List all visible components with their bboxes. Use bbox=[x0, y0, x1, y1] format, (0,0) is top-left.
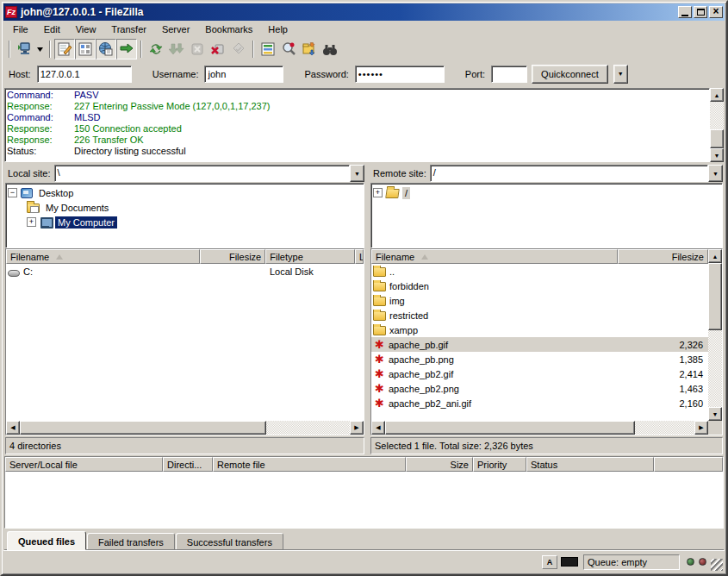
expand-icon[interactable]: + bbox=[373, 188, 383, 197]
username-input[interactable] bbox=[204, 66, 283, 83]
title-bar[interactable]: Fz john@127.0.0.1 - FileZilla × bbox=[3, 3, 725, 21]
scroll-thumb[interactable] bbox=[385, 421, 635, 435]
directory-comparison-button[interactable] bbox=[278, 39, 299, 59]
menu-transfer[interactable]: Transfer bbox=[103, 22, 154, 36]
column-header-size[interactable]: Size bbox=[406, 457, 473, 472]
scroll-right-icon[interactable]: ▶ bbox=[694, 421, 708, 435]
remote-tree[interactable]: + / bbox=[370, 183, 723, 248]
file-row[interactable]: ✱apache_pb2.png1,463 bbox=[371, 381, 708, 396]
column-header-status[interactable]: Status bbox=[526, 457, 654, 472]
local-horizontal-scrollbar[interactable]: ◀ ▶ bbox=[6, 421, 364, 435]
port-input[interactable] bbox=[491, 66, 527, 83]
password-input[interactable] bbox=[355, 66, 445, 83]
scroll-thumb[interactable] bbox=[20, 421, 266, 435]
scroll-track[interactable] bbox=[708, 330, 722, 407]
synchronized-browsing-button[interactable] bbox=[299, 39, 320, 59]
column-header-filesize[interactable]: Filesize bbox=[618, 249, 708, 264]
local-site-combobox[interactable]: \ ▼ bbox=[54, 165, 364, 182]
remote-site-combobox[interactable]: / ▼ bbox=[430, 165, 723, 182]
scroll-down-icon[interactable]: ▼ bbox=[710, 148, 724, 162]
scroll-up-icon[interactable]: ▲ bbox=[710, 88, 724, 102]
toggle-transfer-queue-button[interactable] bbox=[116, 39, 137, 59]
quickconnect-button[interactable]: Quickconnect bbox=[532, 65, 608, 84]
refresh-button[interactable] bbox=[146, 39, 166, 59]
scroll-thumb[interactable] bbox=[708, 263, 722, 330]
column-header-last-modified[interactable]: L bbox=[355, 249, 364, 264]
queue-body[interactable] bbox=[5, 472, 723, 528]
column-header-filetype[interactable]: Filetype bbox=[265, 249, 355, 264]
scroll-down-icon[interactable]: ▼ bbox=[708, 407, 722, 421]
tab-queued-files[interactable]: Queued files bbox=[7, 531, 86, 550]
column-header-priority[interactable]: Priority bbox=[473, 457, 526, 472]
folder-row[interactable]: xampp bbox=[371, 322, 708, 337]
folder-row[interactable]: forbidden bbox=[371, 279, 708, 293]
toggle-message-log-button[interactable] bbox=[54, 39, 75, 59]
folder-row[interactable]: img bbox=[371, 293, 708, 308]
scroll-thumb[interactable] bbox=[710, 129, 724, 148]
menu-server[interactable]: Server bbox=[154, 22, 197, 36]
menu-bookmarks[interactable]: Bookmarks bbox=[197, 22, 260, 36]
scroll-left-icon[interactable]: ◀ bbox=[6, 421, 20, 435]
file-row[interactable]: ✱apache_pb2_ani.gif2,160 bbox=[371, 396, 708, 410]
chevron-down-icon[interactable]: ▼ bbox=[350, 165, 364, 182]
local-list-body[interactable]: C: Local Disk bbox=[6, 264, 364, 421]
scroll-left-icon[interactable]: ◀ bbox=[371, 421, 385, 435]
log-vertical-scrollbar[interactable]: ▲ ▼ bbox=[710, 88, 724, 162]
toggle-local-tree-button[interactable] bbox=[75, 39, 96, 59]
menu-edit[interactable]: Edit bbox=[36, 22, 68, 36]
local-tree[interactable]: − Desktop My Documents + My Computer bbox=[5, 183, 364, 248]
filter-button[interactable] bbox=[258, 39, 278, 59]
menu-help[interactable]: Help bbox=[260, 22, 296, 36]
remote-horizontal-scrollbar[interactable]: ◀ ▶ bbox=[371, 421, 708, 435]
scroll-track[interactable] bbox=[635, 421, 694, 435]
message-log[interactable]: Command:PASV Response:227 Entering Passi… bbox=[4, 88, 710, 162]
site-manager-dropdown-button[interactable] bbox=[34, 39, 46, 59]
remote-vertical-scrollbar[interactable]: ▲ ▼ bbox=[708, 249, 722, 421]
file-row-c-drive[interactable]: C: Local Disk bbox=[6, 264, 364, 279]
column-header-server-local-file[interactable]: Server/Local file bbox=[5, 457, 163, 472]
tree-item-desktop[interactable]: − Desktop bbox=[8, 185, 364, 200]
minimize-button[interactable] bbox=[678, 6, 692, 18]
tab-successful-transfers[interactable]: Successful transfers bbox=[176, 533, 283, 550]
reconnect-button[interactable] bbox=[228, 39, 249, 59]
resize-grip[interactable] bbox=[711, 559, 723, 571]
tree-item-my-documents[interactable]: My Documents bbox=[8, 200, 364, 215]
column-header-direction[interactable]: Directi... bbox=[163, 457, 213, 472]
scroll-track[interactable] bbox=[710, 102, 724, 129]
remote-site-value[interactable]: / bbox=[430, 165, 708, 182]
toggle-remote-tree-button[interactable] bbox=[96, 39, 116, 59]
column-header-filename[interactable]: Filename bbox=[6, 249, 200, 264]
host-input[interactable] bbox=[37, 66, 132, 83]
tree-item-my-computer[interactable]: + My Computer bbox=[8, 215, 364, 229]
process-queue-button[interactable] bbox=[166, 39, 187, 59]
site-manager-button[interactable] bbox=[14, 39, 34, 59]
file-row[interactable]: ✱apache_pb.gif2,326 bbox=[371, 337, 708, 352]
cancel-operation-button[interactable] bbox=[187, 39, 208, 59]
column-header-filesize[interactable]: Filesize bbox=[200, 249, 265, 264]
scroll-track[interactable] bbox=[266, 421, 350, 435]
close-button[interactable]: × bbox=[709, 6, 723, 18]
encryption-indicator-icon[interactable] bbox=[561, 557, 578, 567]
scroll-up-icon[interactable]: ▲ bbox=[708, 249, 722, 263]
tree-item-root[interactable]: + / bbox=[373, 185, 722, 200]
folder-row[interactable]: restricted bbox=[371, 308, 708, 322]
file-row[interactable]: ✱apache_pb.png1,385 bbox=[371, 352, 708, 366]
maximize-button[interactable] bbox=[694, 6, 707, 18]
menu-file[interactable]: File bbox=[5, 22, 36, 36]
column-header-remote-file[interactable]: Remote file bbox=[213, 457, 406, 472]
folder-row[interactable]: .. bbox=[371, 264, 708, 279]
quickconnect-dropdown-button[interactable]: ▼ bbox=[613, 65, 628, 84]
column-header-filename[interactable]: Filename bbox=[371, 249, 618, 264]
transfer-type-indicator[interactable]: A bbox=[542, 555, 557, 569]
file-row[interactable]: ✱apache_pb2.gif2,414 bbox=[371, 366, 708, 381]
menu-view[interactable]: View bbox=[68, 22, 104, 36]
tab-failed-transfers[interactable]: Failed transfers bbox=[87, 533, 175, 550]
collapse-icon[interactable]: − bbox=[8, 188, 17, 197]
local-site-value[interactable]: \ bbox=[54, 165, 350, 182]
chevron-down-icon[interactable]: ▼ bbox=[708, 165, 723, 182]
remote-list-body[interactable]: .. forbidden img restricted xampp ✱apach… bbox=[371, 264, 708, 421]
expand-icon[interactable]: + bbox=[27, 217, 36, 227]
scroll-right-icon[interactable]: ▶ bbox=[350, 421, 364, 435]
find-files-button[interactable] bbox=[320, 39, 340, 59]
disconnect-button[interactable] bbox=[208, 39, 228, 59]
